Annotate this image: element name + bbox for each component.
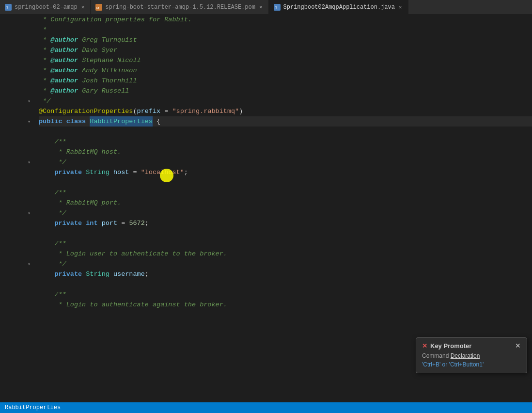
tab-close-button[interactable]: ✕ <box>258 3 264 11</box>
code-line <box>39 177 532 188</box>
code-line: * @author Gary Russell <box>39 86 532 96</box>
tab-springboot02amqpapplication[interactable]: J Springboot02AmqpApplication.java ✕ <box>269 0 408 14</box>
code-token: /** <box>54 289 66 300</box>
tab-close-button[interactable]: ✕ <box>398 3 403 11</box>
code-line: * RabbitMQ port. <box>39 198 532 208</box>
line-number <box>0 127 20 137</box>
code-token: @author <box>50 45 78 55</box>
line-number <box>0 106 20 116</box>
code-token: ; <box>145 218 149 228</box>
line-number <box>0 269 20 279</box>
code-token: ; <box>184 167 188 177</box>
line-number <box>0 86 20 96</box>
code-token: = <box>129 167 141 177</box>
line-number <box>0 76 20 86</box>
code-token <box>82 167 86 177</box>
line-number <box>0 167 20 177</box>
code-token: authenticate <box>117 249 172 259</box>
code-token: Gary Russell <box>78 86 129 96</box>
code-token: /** <box>54 137 66 147</box>
fold-arrow <box>24 65 34 76</box>
fold-arrow <box>24 188 34 198</box>
code-token: = <box>160 106 172 116</box>
code-line: /** <box>39 238 532 249</box>
svg-text:J: J <box>274 5 276 10</box>
code-token <box>63 116 66 127</box>
fold-arrow <box>24 228 34 238</box>
code-line <box>39 127 532 137</box>
code-line: /** <box>39 188 532 198</box>
fold-arrow <box>24 127 34 137</box>
fold-arrow <box>24 167 34 177</box>
line-number <box>0 177 20 188</box>
code-token: * Login <box>54 300 90 310</box>
code-token: @author <box>50 65 78 76</box>
line-number <box>0 208 20 218</box>
tab-springboot-02-amqp[interactable]: J springboot-02-amqp ✕ <box>0 0 91 14</box>
line-number <box>0 96 20 106</box>
code-token: private <box>54 218 82 228</box>
fold-arrow <box>24 147 34 157</box>
code-line: public class RabbitProperties { <box>39 116 532 127</box>
key-promoter-command: Declaration <box>451 352 480 359</box>
line-gutter <box>0 15 24 402</box>
code-token <box>39 218 54 228</box>
tab-label: spring-boot-starter-amqp-1.5.12.RELEASE.… <box>105 4 255 11</box>
code-token: String <box>86 269 110 279</box>
code-token <box>39 147 54 157</box>
code-token <box>39 249 54 259</box>
code-token: to <box>90 300 97 310</box>
fold-arrow: ▾ <box>24 116 34 127</box>
fold-arrow <box>24 25 34 35</box>
code-line: * @author Stephane Nicoll <box>39 55 532 65</box>
line-number <box>0 35 20 45</box>
key-promoter-body: Command Declaration 'Ctrl+B' or 'Ctrl+Bu… <box>422 351 521 369</box>
code-token: * <box>39 25 47 35</box>
code-token <box>39 300 54 310</box>
fold-arrow <box>24 218 34 228</box>
fold-arrow <box>24 177 34 188</box>
line-number <box>0 147 20 157</box>
code-line: private String host = "localhost"; <box>39 167 532 177</box>
code-line: * @author Andy Wilkinson <box>39 65 532 76</box>
code-line: private String username; <box>39 269 532 279</box>
fold-arrow <box>24 35 34 45</box>
key-promoter-close-button[interactable]: ✕ <box>515 342 521 349</box>
code-token: @ConfigurationProperties <box>39 106 133 116</box>
fold-arrow: ▾ <box>24 259 34 269</box>
code-token: authenticate against the broker. <box>98 300 227 310</box>
code-token: */ <box>54 259 66 269</box>
tab-close-button[interactable]: ✕ <box>80 3 86 11</box>
editor-container: ▾▾▾▾▾ * Configuration properties for Rab… <box>0 15 532 402</box>
code-token: Stephane Nicoll <box>78 55 141 65</box>
code-token: private <box>54 167 82 177</box>
line-number <box>0 188 20 198</box>
tab-label: springboot-02-amqp <box>15 4 78 11</box>
code-line: @ConfigurationProperties(prefix = "sprin… <box>39 106 532 116</box>
line-number <box>0 55 20 65</box>
key-promoter-x-icon: ✕ <box>422 342 427 349</box>
code-token: { <box>153 116 160 127</box>
tab-pom[interactable]: M spring-boot-starter-amqp-1.5.12.RELEAS… <box>91 0 268 14</box>
code-token <box>39 198 54 208</box>
fold-arrow: ▾ <box>24 208 34 218</box>
code-token: Andy Wilkinson <box>78 65 137 76</box>
code-token: * <box>39 86 50 96</box>
code-token <box>98 218 102 228</box>
fold-arrow <box>24 198 34 208</box>
code-token <box>39 167 54 177</box>
java-icon: J <box>5 4 12 11</box>
code-token: username <box>113 269 145 279</box>
code-token: */ <box>54 157 66 167</box>
line-number <box>0 289 20 300</box>
fold-arrow <box>24 289 34 300</box>
code-token: @author <box>50 35 78 45</box>
code-token <box>110 167 113 177</box>
fold-arrow <box>24 106 34 116</box>
key-promoter-popup: ✕ Key Promoter ✕ Command Declaration 'Ct… <box>416 337 527 373</box>
code-token: Josh Thornhill <box>78 76 137 86</box>
code-line: * @author Greg Turnquist <box>39 35 532 45</box>
code-token: */ <box>54 208 66 218</box>
fold-arrow <box>24 300 34 310</box>
code-line: /** <box>39 137 532 147</box>
